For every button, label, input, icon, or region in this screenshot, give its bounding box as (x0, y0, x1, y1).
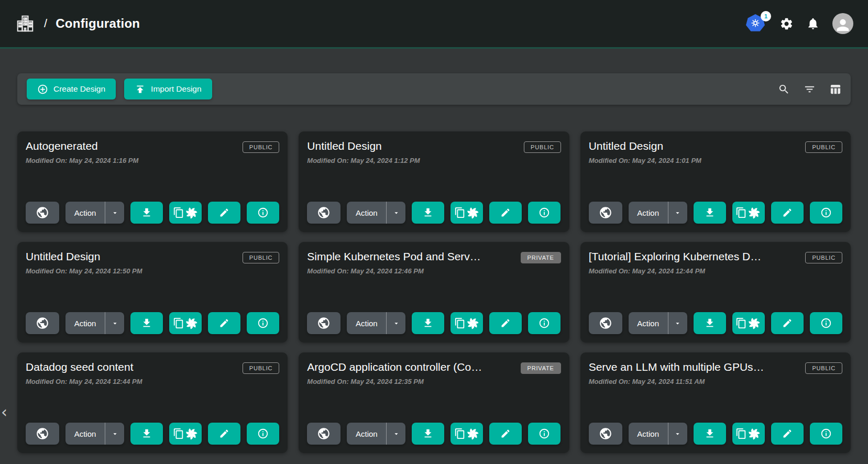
download-button[interactable] (412, 312, 444, 334)
download-button[interactable] (412, 423, 444, 445)
action-dropdown-toggle[interactable] (105, 319, 124, 327)
action-split-button[interactable]: Action (629, 202, 687, 224)
import-design-button[interactable]: Import Design (124, 79, 212, 100)
edit-button[interactable] (771, 202, 804, 224)
upload-icon (135, 84, 146, 95)
building-icon[interactable] (15, 14, 36, 34)
download-button[interactable] (130, 423, 163, 445)
design-title: Autogenerated (26, 140, 98, 152)
edit-button[interactable] (208, 202, 240, 224)
search-icon[interactable] (778, 83, 790, 95)
clone-button[interactable] (169, 423, 202, 445)
download-button[interactable] (694, 312, 726, 334)
visibility-globe-button[interactable] (589, 312, 622, 334)
action-dropdown-toggle[interactable] (668, 430, 687, 438)
info-button[interactable] (528, 202, 561, 224)
clone-button[interactable] (451, 312, 483, 334)
action-split-button[interactable]: Action (347, 312, 405, 334)
copy-icon (454, 317, 466, 329)
action-split-button[interactable]: Action (347, 423, 405, 445)
action-dropdown-toggle[interactable] (105, 209, 124, 217)
edit-button[interactable] (489, 423, 522, 445)
clone-button[interactable] (732, 423, 765, 445)
clone-button[interactable] (451, 423, 483, 445)
table-view-icon[interactable] (829, 83, 841, 95)
download-icon (422, 317, 434, 329)
designs-toolbar: Create Design Import Design (17, 73, 851, 105)
visibility-globe-button[interactable] (589, 202, 622, 224)
clone-button[interactable] (169, 202, 202, 224)
info-button[interactable] (528, 423, 561, 445)
copy-icon (735, 207, 747, 218)
action-dropdown-toggle[interactable] (387, 430, 405, 438)
edit-button[interactable] (489, 202, 522, 224)
chevron-down-icon (674, 430, 682, 438)
action-dropdown-toggle[interactable] (105, 430, 124, 438)
action-split-button[interactable]: Action (65, 312, 124, 334)
clone-button[interactable] (732, 312, 765, 334)
card-actions: Action (307, 202, 561, 224)
action-dropdown-toggle[interactable] (387, 319, 405, 327)
chevron-down-icon (674, 319, 682, 327)
action-button-label: Action (65, 429, 105, 438)
action-dropdown-toggle[interactable] (668, 209, 687, 217)
edit-button[interactable] (208, 423, 240, 445)
visibility-badge: PUBLIC (524, 141, 561, 153)
clone-button[interactable] (732, 202, 765, 224)
visibility-badge: PRIVATE (521, 362, 561, 374)
action-split-button[interactable]: Action (65, 202, 124, 224)
filter-icon[interactable] (804, 83, 816, 95)
card-actions: Action (589, 202, 842, 224)
clone-button[interactable] (451, 202, 483, 224)
visibility-globe-button[interactable] (307, 312, 340, 334)
info-icon (539, 428, 550, 439)
info-button[interactable] (528, 312, 561, 334)
design-title: Untitled Design (307, 140, 381, 152)
pencil-icon (782, 318, 793, 328)
settings-gear-icon[interactable] (779, 17, 794, 31)
modified-timestamp: Modified On: May 24, 2024 1:16 PM (26, 157, 279, 164)
download-button[interactable] (694, 202, 726, 224)
action-split-button[interactable]: Action (347, 202, 405, 224)
kanvas-swirl-icon (184, 316, 199, 330)
drawer-collapse-chevron[interactable]: ‹ (1, 404, 7, 420)
visibility-globe-button[interactable] (26, 202, 59, 224)
info-icon (820, 428, 832, 439)
action-button-label: Action (347, 319, 386, 328)
breadcrumb-separator: / (44, 17, 47, 30)
kubernetes-context-button[interactable]: 1 (746, 14, 767, 33)
info-button[interactable] (810, 423, 842, 445)
info-button[interactable] (247, 423, 279, 445)
action-split-button[interactable]: Action (629, 312, 687, 334)
user-avatar[interactable] (832, 13, 853, 34)
info-button[interactable] (810, 202, 842, 224)
notifications-bell-icon[interactable] (806, 17, 820, 30)
visibility-globe-button[interactable] (26, 423, 59, 445)
download-icon (141, 317, 152, 329)
globe-icon (317, 316, 331, 330)
visibility-globe-button[interactable] (26, 312, 59, 334)
action-dropdown-toggle[interactable] (668, 319, 687, 327)
visibility-badge: PUBLIC (243, 141, 280, 153)
download-button[interactable] (694, 423, 726, 445)
action-dropdown-toggle[interactable] (387, 209, 405, 217)
download-button[interactable] (412, 202, 444, 224)
visibility-globe-button[interactable] (307, 423, 340, 445)
card-actions: Action (26, 202, 279, 224)
create-design-button[interactable]: Create Design (27, 79, 116, 100)
edit-button[interactable] (489, 312, 522, 334)
visibility-globe-button[interactable] (589, 423, 622, 445)
edit-button[interactable] (771, 312, 804, 334)
download-button[interactable] (130, 312, 163, 334)
clone-button[interactable] (169, 312, 202, 334)
design-title: ArgoCD application controller (Co… (307, 361, 482, 373)
action-split-button[interactable]: Action (629, 423, 687, 445)
visibility-globe-button[interactable] (307, 202, 340, 224)
download-button[interactable] (130, 202, 163, 224)
edit-button[interactable] (771, 423, 804, 445)
info-button[interactable] (247, 202, 279, 224)
action-split-button[interactable]: Action (65, 423, 124, 445)
info-button[interactable] (810, 312, 842, 334)
info-button[interactable] (247, 312, 279, 334)
edit-button[interactable] (208, 312, 240, 334)
